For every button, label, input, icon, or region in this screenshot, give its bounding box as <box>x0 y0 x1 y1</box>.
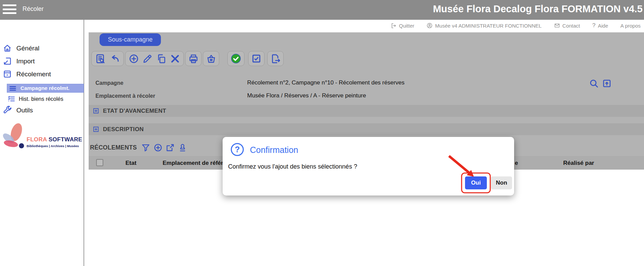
toolbar-button-export[interactable] <box>267 51 284 66</box>
column-header-etat[interactable]: Etat <box>125 160 136 167</box>
expand-plus-icon[interactable] <box>93 126 99 132</box>
checkbox-check-icon <box>251 53 261 64</box>
import-icon <box>3 57 12 66</box>
edit-pencil-icon[interactable] <box>142 53 153 64</box>
contact-link[interactable]: Contact <box>554 22 580 29</box>
sidebar-item-label: Récolement <box>16 71 51 78</box>
logo-wordmark: FLORA SOFTWARE <box>27 136 82 143</box>
external-link-icon[interactable] <box>166 143 175 152</box>
undo-icon[interactable] <box>109 53 120 64</box>
apropos-label: A propos <box>620 23 641 29</box>
open-window-icon <box>602 79 612 88</box>
toolbar-button-validate[interactable] <box>227 51 244 66</box>
current-module-label: Récoler <box>23 5 44 13</box>
recolements-header: RÉCOLEMENTS <box>90 143 187 152</box>
sidebar: Général Import Récolement Campagne récol… <box>0 20 84 266</box>
app-header: Récoler Musée Flora Decalog Flora FORMAT… <box>0 0 644 20</box>
contact-label: Contact <box>563 23 580 29</box>
field-label-emplacement: Emplacement à récoler <box>95 93 155 99</box>
logo-tagline: Bibliothèques | Archives | Musées <box>27 144 79 148</box>
question-mark-icon: ? <box>592 22 595 29</box>
toolbar-group-crud <box>125 51 184 66</box>
oui-button[interactable]: Oui <box>465 176 487 189</box>
home-icon <box>3 44 12 53</box>
tab-sous-campagne[interactable]: Sous-campagne <box>100 33 161 46</box>
section-title: DESCRIPTION <box>103 126 144 133</box>
aide-label: Aide <box>598 23 608 29</box>
sidebar-item-general[interactable]: Général <box>3 44 40 53</box>
field-value-emplacement: Musée Flora / Réserves / A - Réserve pei… <box>247 92 366 99</box>
section-etat-avancement[interactable]: ETAT D'AVANCEMENT <box>89 105 644 117</box>
recolements-title: RÉCOLEMENTS <box>90 144 137 151</box>
aide-link[interactable]: ? Aide <box>592 22 608 29</box>
list-icon <box>9 84 17 92</box>
field-label-campagne: Campagne <box>95 80 123 86</box>
add-circle-icon[interactable] <box>129 53 139 64</box>
search-icon <box>589 79 599 88</box>
validate-green-check-icon <box>230 53 241 64</box>
question-circle-icon: ? <box>231 143 244 156</box>
confirmation-dialog: ? Confirmation Confirmez vous l'ajout de… <box>223 137 514 195</box>
select-all-checkbox[interactable] <box>96 159 103 166</box>
logo-brand-flora: FLORA <box>27 136 47 143</box>
top-links-bar: Quitter Musée v4 ADMINISTRATEUR FONCTION… <box>85 20 644 31</box>
sidebar-item-campagne-recolement[interactable]: Campagne récolmt. <box>7 84 84 93</box>
list-search-icon[interactable] <box>95 53 106 64</box>
sidebar-item-recolement[interactable]: Récolement <box>3 69 51 79</box>
archive-box-icon <box>3 69 12 79</box>
checklist-icon <box>8 95 15 103</box>
sidebar-item-label: Général <box>16 45 40 52</box>
print-icon <box>188 53 199 64</box>
sidebar-item-label: Campagne récolmt. <box>20 85 70 91</box>
flora-software-logo: FLORA SOFTWARE Bibliothèques | Archives … <box>1 121 83 154</box>
logo-brand-software: SOFTWARE <box>48 136 82 143</box>
logout-icon <box>391 23 396 29</box>
toolbar-group-search-undo <box>91 51 124 66</box>
sidebar-item-hist-biens-recoles[interactable]: Hist. biens récolés <box>8 95 63 103</box>
quitter-link[interactable]: Quitter <box>391 23 414 29</box>
toolbar-button-print[interactable] <box>185 51 201 66</box>
envelope-icon <box>554 22 560 29</box>
campagne-open-window-button[interactable] <box>602 79 612 90</box>
dialog-title: Confirmation <box>250 145 298 155</box>
expand-plus-icon[interactable] <box>93 108 99 114</box>
hamburger-menu-icon[interactable] <box>3 4 16 14</box>
stamp-icon[interactable] <box>178 143 187 152</box>
toolbar-button-basket[interactable] <box>203 51 219 66</box>
apropos-link[interactable]: A propos <box>620 23 641 29</box>
section-description[interactable]: DESCRIPTION <box>89 123 644 135</box>
application-window: Récoler Musée Flora Decalog Flora FORMAT… <box>0 0 644 266</box>
user-account-link[interactable]: Musée v4 ADMINISTRATEUR FONCTIONNEL <box>426 22 541 29</box>
user-icon <box>426 22 433 29</box>
copy-icon[interactable] <box>156 53 167 64</box>
user-label: Musée v4 ADMINISTRATEUR FONCTIONNEL <box>435 23 541 29</box>
export-file-icon <box>270 53 281 64</box>
section-title: ETAT D'AVANCEMENT <box>103 108 166 114</box>
sidebar-item-outils[interactable]: Outils <box>3 106 33 115</box>
flora-flower-icon <box>1 122 28 153</box>
sidebar-item-label: Import <box>16 58 35 65</box>
basket-icon <box>206 53 216 64</box>
field-value-campagne: Récolement n°2, Campagne n°10 - Récoleme… <box>247 79 405 86</box>
sidebar-item-label: Outils <box>16 107 33 114</box>
toolbar-button-checkbox[interactable] <box>248 51 265 66</box>
non-button[interactable]: Non <box>491 176 512 189</box>
filter-icon[interactable] <box>141 143 150 152</box>
window-title: Musée Flora Decalog Flora FORMATION v4.5 <box>433 3 643 15</box>
campagne-search-button[interactable] <box>589 79 599 90</box>
sidebar-item-label: Hist. biens récolés <box>19 96 63 102</box>
delete-x-icon[interactable] <box>170 53 180 64</box>
dialog-message: Confirmez vous l'ajout des biens sélecti… <box>228 163 357 170</box>
wrench-icon <box>3 106 12 115</box>
quitter-label: Quitter <box>399 23 414 29</box>
column-header-fragment[interactable]: e <box>515 160 518 167</box>
add-circle-icon[interactable] <box>153 143 163 152</box>
column-header-realise-par[interactable]: Réalisé par <box>563 160 594 167</box>
sidebar-item-import[interactable]: Import <box>3 57 35 66</box>
